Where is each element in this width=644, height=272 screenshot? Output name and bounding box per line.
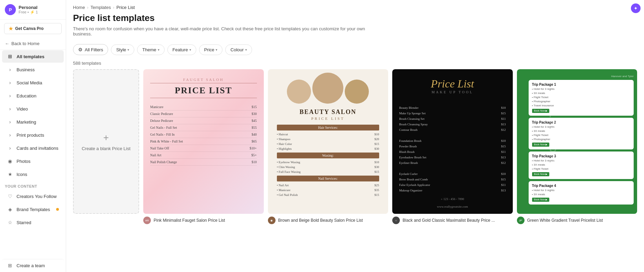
breadcrumb-home[interactable]: Home	[73, 5, 85, 10]
your-content-section: Your Content	[0, 181, 66, 190]
list-item: Nail Art$5+	[150, 152, 257, 159]
theme-filter-button[interactable]: Theme ▾	[137, 44, 164, 55]
sidebar-item-social-media[interactable]: › Social Media	[2, 76, 64, 89]
trip-card-2: Trip Package 2 • Hotel for 3 nights • 3X…	[529, 118, 634, 149]
sidebar-item-label: Education	[17, 93, 37, 98]
sidebar-item-label: Business	[17, 67, 35, 72]
list-item: • Haircut$10	[277, 132, 379, 137]
card-footer: JP Green White Gradient Travel Pricelist…	[517, 214, 637, 226]
sidebar-item-label: Cards and invitations	[17, 146, 58, 151]
page-title: Price list templates	[66, 13, 644, 26]
template-card-dark-makeup[interactable]: Price List MAKE UP TOOL Beauty Blender$1…	[392, 69, 513, 226]
card-footer: ○ Black and Gold Classic Maximalist Beau…	[392, 214, 513, 226]
creator-avatar: ◉	[268, 217, 276, 224]
dark-contact-phone: + 123 - 456 - 7890	[441, 197, 464, 201]
sidebar-item-label: All templates	[17, 54, 44, 59]
list-item: Eyelash Curler$10	[399, 171, 506, 177]
list-item: Gel Nails - Fill In$40	[150, 131, 257, 138]
card-title: Black and Gold Classic Maximalist Beauty…	[403, 218, 513, 223]
colour-filter-button[interactable]: Colour ▾	[225, 44, 252, 55]
template-card-beige-beauty[interactable]: BEAUTY SALON PRICE LIST Hair Services: •…	[268, 69, 388, 226]
sidebar-item-photos[interactable]: ◉ Photos	[2, 155, 64, 167]
sidebar-item-label: Icons	[17, 172, 27, 177]
dark-contact-website: www.reallygreatsite.com	[437, 205, 468, 208]
list-item: • Full Face Waxing$15	[277, 169, 379, 174]
sidebar-item-icons[interactable]: ★ Icons	[2, 168, 64, 180]
back-to-home-button[interactable]: ← Back to Home	[0, 38, 66, 50]
filter-icon: ⚙	[78, 47, 83, 52]
chevron-right-icon: ›	[7, 80, 13, 86]
book-now-button[interactable]: Book Now ▶	[532, 143, 550, 147]
trip-detail: • Hotel for 3 nights	[532, 87, 631, 91]
get-canva-pro-button[interactable]: ★ Get Canva Pro	[4, 23, 62, 34]
trip-title: Trip Package 4	[532, 184, 631, 188]
list-item: Eyeshadow Brush Set$13	[399, 155, 506, 160]
chevron-down-icon: ▾	[189, 48, 191, 52]
pink-salon-name: FAUGET SALOH	[183, 77, 224, 82]
card-title: Pink Minimalist Fauget Salon Price List	[154, 218, 264, 223]
list-item: • Manicure$35	[277, 188, 379, 192]
pink-price-title: PRICE LIST	[150, 83, 257, 98]
sidebar-item-marketing[interactable]: › Marketing	[2, 116, 64, 128]
book-now-button[interactable]: Book Now ▶	[532, 198, 550, 202]
book-now-button[interactable]: Book Now ▶	[532, 109, 550, 113]
template-card-pink-salon[interactable]: FAUGET SALOH PRICE LIST Manicure$15 Clas…	[143, 69, 264, 226]
sidebar-item-brand-templates[interactable]: ◈ Brand Templates	[2, 203, 64, 216]
sidebar-item-all-templates[interactable]: ⊞ All templates	[2, 50, 64, 63]
user-plan: Free • ⚡ 1	[19, 10, 38, 14]
sidebar-item-business[interactable]: › Business	[2, 63, 64, 76]
trip-detail: • Flight Ticket	[532, 96, 631, 99]
create-team-button[interactable]: ⊞ Create a team	[2, 259, 64, 272]
card-title: Brown and Beige Bold Beauty Salon Price …	[278, 218, 388, 223]
user-profile[interactable]: P Personal Free • ⚡ 1	[0, 0, 66, 20]
sidebar-item-cards-invitations[interactable]: › Cards and invitations	[2, 142, 64, 154]
breadcrumb-templates[interactable]: Templates	[91, 5, 111, 10]
list-item: Pink & White - Full Set$65	[150, 138, 257, 145]
price-label: Price	[204, 47, 215, 52]
template-card-green-travel[interactable]: Hanover and Tyler PRICELIST Trip Package…	[517, 69, 637, 226]
all-filters-label: All Filters	[85, 47, 103, 52]
star-icon: ★	[9, 26, 13, 31]
back-arrow-icon: ←	[5, 41, 9, 46]
photo-right	[345, 80, 369, 104]
creator-avatar: AR	[143, 217, 151, 224]
photos-icon: ◉	[7, 158, 13, 164]
star-icon: ☆	[7, 219, 13, 226]
chevron-down-icon: ▾	[127, 48, 129, 52]
sidebar-item-education[interactable]: › Education	[2, 90, 64, 102]
price-filter-button[interactable]: Price ▾	[199, 44, 223, 55]
feature-filter-button[interactable]: Feature ▾	[167, 44, 196, 55]
chevron-right-icon: ›	[7, 132, 13, 138]
list-item: Nail Take Off$10+	[150, 145, 257, 152]
trip-detail: • 3X meals	[532, 129, 631, 133]
style-filter-button[interactable]: Style ▾	[111, 44, 134, 55]
photo-left	[287, 80, 311, 104]
list-item: Make Up Sponge Set$15	[399, 111, 506, 116]
trip-title: Trip Package 1	[532, 83, 631, 86]
template-preview-pink: FAUGET SALOH PRICE LIST Manicure$15 Clas…	[143, 69, 264, 214]
trip-detail: • Hotel for 3 nights	[532, 189, 631, 192]
all-filters-button[interactable]: ⚙ All Filters	[73, 44, 108, 55]
app-icon: ✦	[631, 3, 641, 13]
trip-detail: • Travel insurance	[532, 104, 631, 107]
blank-card[interactable]: + Create a blank Price List	[73, 69, 139, 214]
book-now-button[interactable]: Book Now ▶	[532, 172, 550, 176]
card-footer: AR Pink Minimalist Fauget Salon Price Li…	[143, 214, 264, 226]
sidebar-item-label: Creators You Follow	[17, 194, 56, 199]
sidebar-item-video[interactable]: › Video	[2, 103, 64, 115]
sidebar-item-creators-follow[interactable]: ♡ Creators You Follow	[2, 190, 64, 202]
dark-price-subtitle: MAKE UP TOOL	[432, 90, 473, 94]
trip-title: Trip Package 2	[532, 121, 631, 124]
list-item: Brow Brush and Comb$15	[399, 177, 506, 182]
trip-detail: • Flight Ticket	[532, 167, 631, 170]
dark-price-title: Price List	[431, 77, 474, 90]
sidebar-item-label: Starred	[17, 220, 31, 225]
sidebar-item-starred[interactable]: ☆ Starred	[2, 216, 64, 229]
sidebar-item-label: Print products	[17, 133, 44, 138]
card-title: Green White Gradient Travel Pricelist Li…	[527, 218, 637, 223]
list-item: • Eyebrow Waxing$10	[277, 160, 379, 165]
sidebar-item-print-products[interactable]: › Print products	[2, 129, 64, 141]
sidebar-item-label: Photos	[17, 159, 30, 164]
creator-avatar: ○	[392, 217, 400, 224]
list-item: Foundation Brush$10	[399, 138, 506, 144]
